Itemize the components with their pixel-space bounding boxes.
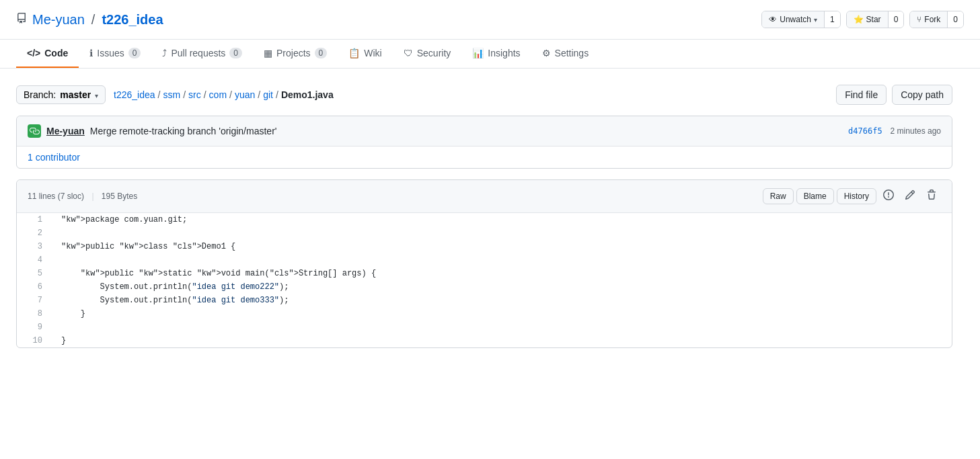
line-number: 7 (17, 294, 50, 307)
pr-badge: 0 (229, 48, 242, 58)
table-row: 7 System.out.println("idea git demo333")… (17, 294, 952, 307)
breadcrumb-ssm[interactable]: ssm (163, 89, 180, 100)
tab-code[interactable]: </> Code (16, 40, 79, 68)
breadcrumb-git[interactable]: git (263, 89, 273, 100)
line-code: } (50, 307, 952, 321)
line-code: "kw">package com.yuan.git; (50, 213, 952, 226)
delete-icon[interactable] (922, 187, 941, 206)
code-table: 1 "kw">package com.yuan.git; 2 3 "kw">pu… (17, 213, 952, 347)
copy-path-button[interactable]: Copy path (892, 85, 952, 105)
avatar (28, 124, 41, 138)
history-button[interactable]: History (837, 188, 876, 204)
commit-header: Me-yuan Merge remote-tracking branch 'or… (17, 116, 952, 146)
star-label: Star (866, 15, 881, 24)
tab-settings[interactable]: ⚙ Settings (531, 40, 600, 68)
tab-security-label: Security (417, 48, 451, 58)
table-row: 2 (17, 226, 952, 240)
line-number: 10 (17, 334, 50, 347)
watch-label: Unwatch (780, 15, 811, 24)
commit-author[interactable]: Me-yuan (46, 126, 85, 136)
line-code: System.out.println("idea git demo333"); (50, 294, 952, 307)
breadcrumb-sep-4: / (229, 89, 232, 100)
contributors-link[interactable]: 1 contributor (28, 152, 80, 163)
watch-group: 👁 Unwatch 1 (761, 11, 840, 28)
file-body: 1 "kw">package com.yuan.git; 2 3 "kw">pu… (17, 213, 952, 347)
breadcrumb-yuan[interactable]: yuan (235, 89, 255, 100)
line-number: 9 (17, 321, 50, 334)
watch-chevron-icon (814, 15, 817, 24)
table-row: 10 } (17, 334, 952, 347)
repo-icon (16, 13, 27, 27)
repo-name[interactable]: t226_idea (102, 12, 163, 28)
table-row: 8 } (17, 307, 952, 321)
line-code: "kw">public "kw">static "kw">void main("… (50, 267, 952, 280)
file-stats: 11 lines (7 sloc) | 195 Bytes (28, 192, 137, 201)
tab-projects[interactable]: ▦ Projects 0 (253, 40, 338, 68)
line-code (50, 226, 952, 240)
repo-title: Me-yuan / t226_idea (16, 12, 163, 28)
edit-icon[interactable] (901, 187, 919, 206)
settings-icon: ⚙ (542, 48, 551, 58)
branch-name: master (60, 89, 91, 100)
code-icon: </> (27, 48, 40, 58)
commit-hash[interactable]: d4766f5 (848, 126, 882, 136)
fork-group: ⑂ Fork 0 (909, 11, 964, 28)
file-viewer: 11 lines (7 sloc) | 195 Bytes Raw Blame … (16, 179, 952, 348)
commit-info: Me-yuan Merge remote-tracking branch 'or… (16, 116, 952, 169)
raw-button[interactable]: Raw (763, 188, 794, 204)
table-row: 9 (17, 321, 952, 334)
line-code (50, 321, 952, 334)
stats-sep: | (91, 192, 93, 201)
tab-code-label: Code (44, 48, 68, 58)
display-icon[interactable] (879, 187, 898, 206)
file-actions: Raw Blame History (763, 187, 941, 206)
find-file-button[interactable]: Find file (836, 85, 887, 105)
tab-security[interactable]: 🛡 Security (393, 40, 462, 68)
breadcrumb-filename: Demo1.java (281, 89, 334, 100)
line-code: } (50, 334, 952, 347)
fork-button[interactable]: ⑂ Fork (910, 11, 947, 28)
fork-icon: ⑂ (917, 15, 921, 24)
branch-selector[interactable]: Branch: master (16, 85, 106, 104)
breadcrumb-sep-0 (108, 89, 111, 100)
file-header: 11 lines (7 sloc) | 195 Bytes Raw Blame … (17, 180, 952, 213)
nav-tabs: </> Code ℹ Issues 0 ⤴ Pull requests 0 ▦ … (0, 40, 980, 69)
commit-header-left: Me-yuan Merge remote-tracking branch 'or… (28, 124, 276, 138)
breadcrumb-sep-3: / (204, 89, 206, 100)
breadcrumb-com[interactable]: com (209, 89, 227, 100)
watch-button[interactable]: 👁 Unwatch (762, 11, 824, 28)
fork-label: Fork (924, 15, 940, 24)
commit-footer: 1 contributor (17, 146, 952, 168)
contributors-count: 1 (28, 152, 33, 163)
issues-icon: ℹ (89, 48, 93, 58)
projects-icon: ▦ (264, 48, 272, 58)
line-number: 2 (17, 226, 50, 240)
tab-wiki[interactable]: 📋 Wiki (338, 40, 392, 68)
file-lines: 11 lines (7 sloc) (28, 192, 84, 201)
eye-icon: 👁 (769, 15, 777, 24)
tab-insights[interactable]: 📊 Insights (461, 40, 531, 68)
blame-button[interactable]: Blame (796, 188, 834, 204)
breadcrumb-sep-2: / (183, 89, 186, 100)
line-code: System.out.println("idea git demo222"); (50, 280, 952, 294)
tab-issues[interactable]: ℹ Issues 0 (79, 40, 151, 68)
star-button[interactable]: ⭐ Star (847, 11, 888, 28)
commit-message: Merge remote-tracking branch 'origin/mas… (90, 126, 277, 136)
branch-chevron-icon (95, 89, 98, 100)
table-row: 6 System.out.println("idea git demo222")… (17, 280, 952, 294)
insights-icon: 📊 (472, 48, 484, 58)
watch-count: 1 (824, 11, 840, 28)
tab-insights-label: Insights (488, 48, 520, 58)
repo-slash: / (91, 12, 96, 28)
table-row: 3 "kw">public "kw">class "cls">Demo1 { (17, 240, 952, 253)
line-number: 3 (17, 240, 50, 253)
table-row: 4 (17, 253, 952, 267)
table-row: 5 "kw">public "kw">static "kw">void main… (17, 267, 952, 280)
repo-owner[interactable]: Me-yuan (32, 12, 85, 28)
star-count: 0 (888, 11, 904, 28)
breadcrumb-repo[interactable]: t226_idea (114, 89, 155, 100)
breadcrumb-sep-1: / (158, 89, 161, 100)
tab-pull-requests[interactable]: ⤴ Pull requests 0 (151, 40, 253, 68)
issues-badge: 0 (128, 48, 141, 58)
breadcrumb-src[interactable]: src (188, 89, 201, 100)
